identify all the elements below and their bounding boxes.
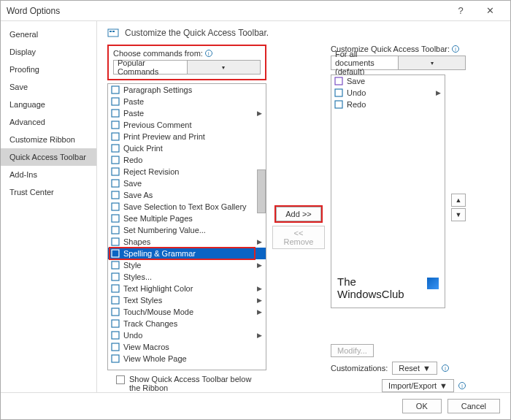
ok-button[interactable]: OK	[402, 399, 442, 413]
command-icon	[110, 283, 120, 294]
qat-item[interactable]: Redo	[331, 99, 445, 110]
qat-item-icon	[334, 76, 344, 86]
info-icon[interactable]: i	[442, 364, 449, 372]
command-item[interactable]: Quick Print	[108, 142, 266, 154]
modify-button: Modify...	[331, 344, 374, 357]
close-button[interactable]: ✕	[475, 5, 504, 16]
chevron-down-icon[interactable]: ▾	[398, 56, 465, 69]
command-item[interactable]: Redo	[108, 154, 266, 166]
command-item[interactable]: See Multiple Pages	[108, 213, 266, 224]
command-icon	[110, 342, 120, 352]
command-icon	[110, 85, 120, 95]
command-item[interactable]: Text Highlight Color▶	[108, 283, 266, 294]
command-item[interactable]: Shapes▶	[108, 236, 266, 248]
svg-rect-1	[110, 31, 112, 32]
sidebar-item-save[interactable]: Save	[1, 78, 96, 96]
qat-item-icon	[334, 88, 344, 98]
command-icon	[110, 225, 120, 235]
sidebar-item-general[interactable]: General	[1, 26, 96, 43]
move-up-button[interactable]: ▲	[451, 194, 466, 207]
scrollbar-thumb[interactable]	[257, 169, 266, 213]
choose-commands-highlight: Choose commands from:i Popular Commands▾	[107, 45, 266, 80]
command-item[interactable]: Save As	[108, 189, 266, 201]
svg-rect-18	[112, 261, 119, 269]
command-item[interactable]: Set Numbering Value...	[108, 224, 266, 236]
command-icon	[110, 295, 120, 305]
show-below-ribbon-checkbox[interactable]	[116, 375, 125, 384]
command-item[interactable]: Paste▶	[108, 107, 266, 119]
submenu-arrow-icon: ▶	[257, 238, 264, 245]
sidebar-item-proofing[interactable]: Proofing	[1, 61, 96, 78]
command-item[interactable]: Print Preview and Print	[108, 131, 266, 142]
svg-rect-0	[108, 29, 118, 37]
svg-rect-4	[112, 98, 119, 105]
command-item[interactable]: Paste	[108, 96, 266, 107]
command-icon	[110, 248, 120, 259]
qat-item-icon	[334, 99, 344, 110]
move-down-button[interactable]: ▼	[451, 208, 466, 221]
command-item[interactable]: Track Changes	[108, 318, 266, 329]
sidebar-item-add-ins[interactable]: Add-Ins	[1, 166, 96, 183]
command-item[interactable]: Undo▶	[108, 329, 266, 341]
qat-item[interactable]: Save	[331, 75, 445, 87]
command-item[interactable]: Previous Comment	[108, 119, 266, 131]
sidebar-item-language[interactable]: Language	[1, 96, 96, 113]
sidebar-item-quick-access-toolbar[interactable]: Quick Access Toolbar	[1, 148, 96, 166]
chevron-down-icon[interactable]: ▾	[187, 61, 261, 74]
info-icon[interactable]: i	[458, 382, 466, 389]
command-item[interactable]: Touch/Mouse Mode▶	[108, 306, 266, 318]
info-icon[interactable]: i	[205, 50, 212, 57]
command-item[interactable]: Paragraph Settings	[108, 84, 266, 96]
command-item[interactable]: View Macros	[108, 341, 266, 353]
command-icon	[110, 120, 120, 130]
sidebar-item-advanced[interactable]: Advanced	[1, 113, 96, 131]
sidebar-item-display[interactable]: Display	[1, 43, 96, 61]
qat-listbox[interactable]: SaveUndo▶Redo The WindowsClub	[331, 75, 445, 308]
svg-rect-13	[112, 203, 119, 210]
submenu-arrow-icon: ▶	[257, 297, 264, 304]
svg-rect-20	[112, 285, 119, 292]
command-item[interactable]: Styles...	[108, 271, 266, 283]
submenu-arrow-icon: ▶	[257, 308, 264, 316]
svg-rect-22	[112, 308, 119, 316]
choose-commands-combo[interactable]: Popular Commands▾	[113, 60, 261, 75]
command-item[interactable]: View Whole Page	[108, 353, 266, 364]
command-item[interactable]: Save Selection to Text Box Gallery	[108, 201, 266, 213]
command-item[interactable]: Spelling & Grammar	[108, 248, 266, 259]
commands-listbox[interactable]: Paragraph SettingsPastePaste▶Previous Co…	[107, 83, 266, 370]
svg-rect-6	[112, 121, 119, 129]
dialog-title: Word Options	[7, 6, 446, 16]
svg-rect-24	[112, 332, 119, 339]
add-button-highlight: Add >>	[274, 205, 323, 223]
submenu-arrow-icon: ▶	[257, 261, 264, 269]
info-icon[interactable]: i	[452, 45, 459, 53]
command-item[interactable]: Save	[108, 177, 266, 189]
svg-rect-28	[335, 89, 342, 96]
command-icon	[110, 202, 120, 212]
reset-button[interactable]: Reset ▼	[392, 362, 437, 375]
submenu-arrow-icon: ▶	[257, 332, 264, 339]
sidebar-item-customize-ribbon[interactable]: Customize Ribbon	[1, 131, 96, 148]
page-heading: Customize the Quick Access Toolbar.	[125, 28, 269, 38]
command-icon	[110, 143, 120, 153]
command-icon	[110, 190, 120, 200]
add-button[interactable]: Add >>	[276, 207, 321, 221]
svg-rect-19	[112, 273, 119, 280]
svg-rect-16	[112, 238, 119, 245]
qat-item[interactable]: Undo▶	[331, 87, 445, 99]
help-button[interactable]: ?	[446, 5, 475, 16]
command-item[interactable]: Text Styles▶	[108, 294, 266, 306]
watermark-logo: The WindowsClub	[337, 276, 439, 300]
customizations-label: Customizations:	[331, 364, 388, 373]
sidebar-item-trust-center[interactable]: Trust Center	[1, 183, 96, 201]
customize-qat-combo[interactable]: For all documents (default)▾	[331, 56, 466, 70]
command-item[interactable]: Style▶	[108, 259, 266, 271]
command-icon	[110, 354, 120, 364]
import-export-button[interactable]: Import/Export ▼	[382, 379, 454, 392]
svg-rect-23	[112, 320, 119, 327]
svg-rect-7	[112, 133, 119, 140]
command-item[interactable]: Reject Revision	[108, 166, 266, 177]
qat-icon	[107, 27, 119, 39]
command-icon	[110, 96, 120, 107]
cancel-button[interactable]: Cancel	[447, 399, 500, 413]
